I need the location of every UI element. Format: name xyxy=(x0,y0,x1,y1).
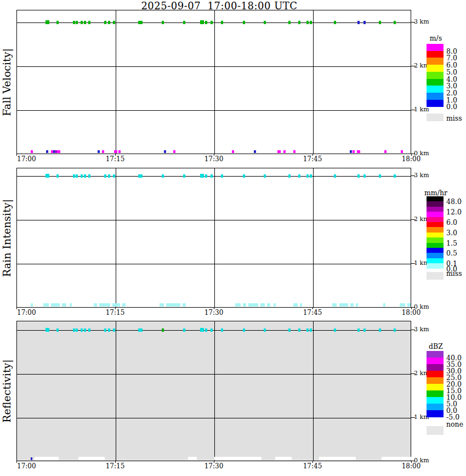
echo-mark-3km xyxy=(56,174,59,178)
echo-stripe-surface xyxy=(51,303,60,307)
x-tick-mark xyxy=(312,308,313,309)
y-tick-label: 0 km xyxy=(414,303,429,310)
legend-missing-cell xyxy=(427,426,444,435)
echo-mark-3km xyxy=(76,328,78,332)
echo-stripe-surface xyxy=(243,303,246,307)
legend-color-cell xyxy=(427,243,444,248)
echo-mark-3km xyxy=(243,21,245,24)
panel-fall-velocity xyxy=(16,10,411,154)
echo-mark-3km xyxy=(104,328,106,332)
echo-mark-3km xyxy=(363,21,366,24)
x-tick-label: 17:00 xyxy=(17,462,36,470)
echo-mark-3km xyxy=(243,174,245,178)
echo-mark-surface xyxy=(46,150,48,153)
echo-mark-3km xyxy=(104,21,106,24)
legend-color-cell xyxy=(427,93,444,100)
echo-stripe-surface xyxy=(275,457,292,460)
echo-mark-3km xyxy=(298,328,300,332)
echo-stripe-surface xyxy=(274,303,276,307)
echo-mark-3km xyxy=(84,174,86,178)
ylabel-rain-intensity: Rain Intensity| xyxy=(1,172,14,304)
gridline-height-1km xyxy=(17,418,411,418)
echo-stripe-surface xyxy=(214,457,236,460)
x-tick-label: 17:30 xyxy=(200,309,228,316)
echo-mark-3km xyxy=(88,328,90,332)
echo-mark-surface xyxy=(102,150,104,153)
echo-mark-3km xyxy=(56,21,59,24)
x-tick-label: 17:15 xyxy=(101,462,129,470)
echo-mark-3km xyxy=(73,328,75,332)
echo-mark-surface xyxy=(98,150,100,153)
echo-stripe-surface xyxy=(122,303,126,307)
gridline-time-17:15 xyxy=(116,168,116,307)
echo-mark-3km xyxy=(363,174,366,178)
legend-color-cell xyxy=(427,86,444,93)
x-tick-label: 17:15 xyxy=(101,309,129,316)
echo-mark-3km xyxy=(200,174,204,178)
echo-mark-3km xyxy=(221,21,223,24)
echo-mark-surface xyxy=(277,150,281,153)
panel-reflectivity xyxy=(16,321,411,461)
echo-mark-3km xyxy=(288,21,291,24)
echo-mark-3km xyxy=(379,174,381,178)
echo-stripe-surface xyxy=(260,303,265,307)
echo-mark-surface xyxy=(173,150,175,153)
echo-mark-surface xyxy=(254,150,256,153)
echo-mark-3km xyxy=(288,174,291,178)
echo-stripe-surface xyxy=(78,457,105,460)
gridline-time-17:45 xyxy=(313,168,314,307)
echo-stripe-surface xyxy=(319,457,356,460)
x-tick-mark xyxy=(214,154,214,156)
legend-color-cell xyxy=(427,390,444,398)
legend-tick-label: 0.0 xyxy=(446,103,457,111)
echo-stripe-surface xyxy=(112,303,120,307)
echo-mark-3km xyxy=(162,328,164,332)
echo-stripe-surface xyxy=(188,457,197,460)
echo-stripe-surface xyxy=(166,303,180,307)
echo-mark-3km xyxy=(298,174,300,178)
echo-mark-3km xyxy=(310,21,312,24)
echo-mark-3km xyxy=(205,21,207,24)
gridline-height-1km xyxy=(17,110,411,111)
echo-stripe-surface xyxy=(235,303,241,307)
echo-mark-3km xyxy=(108,328,110,332)
x-tick-label: 17:30 xyxy=(200,462,228,470)
echo-mark-3km xyxy=(140,174,143,178)
legend-color-cell xyxy=(427,51,444,58)
legend-color-cell xyxy=(427,384,444,391)
y-tick-label: 1 km xyxy=(414,106,429,113)
x-tick-mark xyxy=(16,308,17,309)
echo-mark-3km xyxy=(140,328,143,332)
echo-mark-3km xyxy=(46,174,49,178)
echo-stripe-surface xyxy=(300,303,302,307)
echo-mark-3km xyxy=(264,174,266,178)
legend-color-cell xyxy=(427,100,444,107)
legend-color-cell xyxy=(427,65,444,72)
echo-mark-3km xyxy=(113,174,115,178)
legend-tick-label: 3.0 xyxy=(446,229,457,237)
echo-mark-3km xyxy=(183,21,185,24)
legend-tick-label: 0.5 xyxy=(446,249,457,257)
echo-mark-3km xyxy=(200,328,204,332)
x-tick-mark xyxy=(411,461,412,463)
legend-missing-label: miss xyxy=(446,114,462,122)
echo-mark-3km xyxy=(334,174,336,178)
panel-rain-intensity xyxy=(16,168,411,308)
echo-mark-3km xyxy=(394,328,396,332)
echo-mark-3km xyxy=(183,328,185,332)
x-tick-label: 17:00 xyxy=(17,309,36,316)
echo-stripe-surface xyxy=(267,303,270,307)
legend-missing-label: none xyxy=(446,420,463,428)
legend-missing-cell xyxy=(427,114,444,121)
echo-mark-3km xyxy=(205,328,207,332)
echo-mark-3km xyxy=(88,21,90,24)
echo-mark-3km xyxy=(205,174,207,178)
echo-mark-3km xyxy=(162,21,164,24)
echo-mark-surface xyxy=(57,150,60,153)
echo-mark-surface xyxy=(384,150,387,153)
legend-color-cell xyxy=(427,201,444,207)
echo-mark-3km xyxy=(288,328,291,332)
echo-stripe-surface xyxy=(35,457,59,460)
legend-color-cell xyxy=(427,44,444,51)
echo-mark-3km xyxy=(306,21,309,24)
